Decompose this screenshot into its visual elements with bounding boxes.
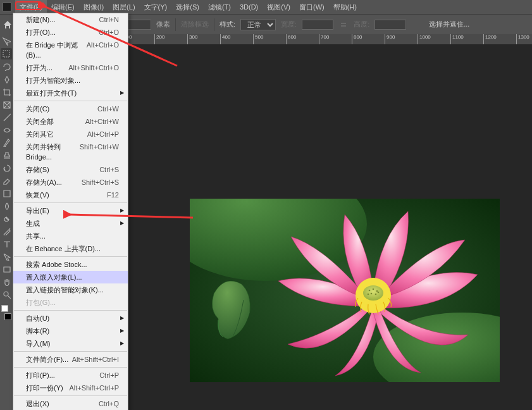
svg-rect-1 [3, 51, 9, 57]
menuitem-[interactable]: 共享... [13, 230, 128, 242]
menuitem-adobestock[interactable]: 搜索 Adobe Stock... [13, 258, 128, 271]
select-and-mask-button[interactable]: 选择并遮住... [429, 20, 469, 29]
menuitem-[interactable]: 打开为...Alt+Shift+Ctrl+O [13, 61, 128, 74]
unit-label: 像素 [156, 20, 170, 29]
pen-tool[interactable] [1, 225, 12, 237]
ruler-tick: 800 [352, 34, 362, 44]
menu-图层[interactable]: 图层(L) [108, 0, 139, 14]
svg-point-8 [373, 289, 374, 290]
lotus-image [190, 199, 500, 382]
width-input [302, 20, 333, 30]
clear-selection: 清除框选 [181, 20, 209, 29]
path-select-tool[interactable] [1, 251, 12, 262]
menuitem-e[interactable]: 导出(E)▶ [13, 204, 128, 217]
ruler-tick: 900 [385, 34, 395, 44]
heal-tool[interactable] [1, 124, 12, 135]
menuitem-bridge[interactable]: 关闭并转到 Bridge...Shift+Ctrl+W [13, 140, 128, 163]
menu-视图[interactable]: 视图(V) [263, 0, 295, 14]
menuitem-v[interactable]: 恢复(V)F12 [13, 189, 128, 201]
menu-文件[interactable]: 文件(F) [15, 0, 47, 14]
menu-滤镜[interactable]: 滤镜(T) [204, 0, 235, 14]
style-select[interactable]: 正常 [240, 19, 276, 30]
svg-point-10 [371, 293, 373, 295]
type-tool[interactable] [1, 238, 12, 249]
zoom-tool[interactable] [1, 289, 12, 300]
ruler-tick: 700 [319, 34, 329, 44]
menuitem-bridgeb[interactable]: 在 Bridge 中浏览(B)...Alt+Ctrl+O [13, 39, 128, 61]
menuitem-r[interactable]: 脚本(R)▶ [13, 325, 128, 337]
ruler-tick: 500 [253, 34, 263, 44]
menu-帮助[interactable]: 帮助(H) [329, 0, 361, 14]
svg-point-7 [369, 290, 371, 292]
ruler-tick: 600 [286, 34, 296, 44]
menu-编辑[interactable]: 编辑(E) [47, 0, 79, 14]
svg-point-12 [368, 294, 369, 295]
blur-tool[interactable] [1, 200, 12, 211]
eyedropper-tool[interactable] [1, 111, 12, 123]
background-color[interactable] [4, 313, 11, 320]
hand-tool[interactable] [1, 276, 12, 287]
swap-icon [338, 20, 349, 30]
menuitem-x[interactable]: 退出(X)Ctrl+Q [13, 397, 128, 410]
marquee-tool[interactable] [1, 48, 12, 59]
menuitem-t[interactable]: 最近打开文件(T)▶ [13, 87, 128, 99]
color-swatches[interactable] [1, 305, 11, 320]
menu-窗口[interactable]: 窗口(W) [295, 0, 329, 14]
foreground-color[interactable] [1, 305, 8, 312]
move-tool[interactable] [1, 35, 12, 47]
ruler-tick: 400 [220, 34, 230, 44]
ruler-tick: 300 [187, 34, 197, 44]
menuitem-g: 打包(G)... [13, 296, 128, 309]
eraser-tool[interactable] [1, 175, 12, 186]
svg-point-11 [375, 294, 377, 295]
menuitem-[interactable]: 打开为智能对象... [13, 74, 128, 87]
ruler-tick: 200 [154, 34, 164, 44]
menuitem-k[interactable]: 置入链接的智能对象(K)... [13, 283, 128, 296]
frame-tool[interactable] [1, 99, 12, 110]
ruler-tick: 1100 [450, 34, 464, 44]
menubar: 文件(F)编辑(E)图像(I)图层(L)文字(Y)选择(S)滤镜(T)3D(D)… [0, 0, 532, 14]
svg-point-6 [363, 285, 383, 301]
menuitem-c[interactable]: 关闭(C)Ctrl+W [13, 102, 128, 115]
home-icon[interactable] [3, 20, 13, 30]
svg-point-9 [376, 290, 378, 292]
menuitem-n[interactable]: 新建(N)...Ctrl+N [13, 13, 128, 26]
quick-select-tool[interactable] [1, 73, 12, 85]
brush-tool[interactable] [1, 137, 12, 148]
menuitem-p[interactable]: 打印(P)...Ctrl+P [13, 369, 128, 382]
menuitem-m[interactable]: 导入(M)▶ [13, 337, 128, 350]
menuitem-f[interactable]: 文件简介(F)...Alt+Shift+Ctrl+I [13, 353, 128, 366]
file-menu-dropdown: 新建(N)...Ctrl+N打开(O)...Ctrl+O在 Bridge 中浏览… [13, 13, 128, 410]
ruler-tick: 1200 [483, 34, 497, 44]
menuitem-l[interactable]: 置入嵌入对象(L)... [13, 271, 128, 283]
height-label: 高度: [354, 20, 369, 29]
menuitem-a[interactable]: 存储为(A)...Shift+Ctrl+S [13, 176, 128, 189]
menu-文字[interactable]: 文字(Y) [140, 0, 172, 14]
lasso-tool[interactable] [1, 61, 12, 72]
menuitem-[interactable]: 关闭全部Alt+Ctrl+W [13, 115, 128, 128]
menuitem-[interactable]: 关闭其它Alt+Ctrl+P [13, 128, 128, 140]
width-label: 宽度: [281, 20, 297, 29]
history-brush-tool[interactable] [1, 162, 12, 173]
rectangle-tool[interactable] [1, 263, 12, 275]
tool-panel [0, 34, 13, 410]
menu-选择[interactable]: 选择(S) [171, 0, 204, 14]
menu-图像[interactable]: 图像(I) [79, 0, 108, 14]
style-label: 样式: [220, 20, 235, 29]
menuitem-[interactable]: 生成▶ [13, 217, 128, 230]
height-input [374, 20, 406, 30]
menuitem-o[interactable]: 打开(O)...Ctrl+O [13, 26, 128, 39]
dodge-tool[interactable] [1, 213, 12, 224]
menuitem-y[interactable]: 打印一份(Y)Alt+Shift+Ctrl+P [13, 382, 128, 394]
ps-logo-icon [3, 3, 11, 11]
document-canvas[interactable] [190, 199, 500, 382]
menuitem-u[interactable]: 自动(U)▶ [13, 312, 128, 325]
crop-tool[interactable] [1, 86, 12, 97]
gradient-tool[interactable] [1, 187, 12, 199]
menu-3d[interactable]: 3D(D) [235, 0, 263, 14]
menuitem-s[interactable]: 存储(S)Ctrl+S [13, 163, 128, 176]
stamp-tool[interactable] [1, 149, 12, 161]
ruler-tick: 1300 [516, 34, 529, 44]
ruler-tick: 1000 [418, 34, 431, 44]
menuitem-behanced[interactable]: 在 Behance 上共享(D)... [13, 242, 128, 255]
